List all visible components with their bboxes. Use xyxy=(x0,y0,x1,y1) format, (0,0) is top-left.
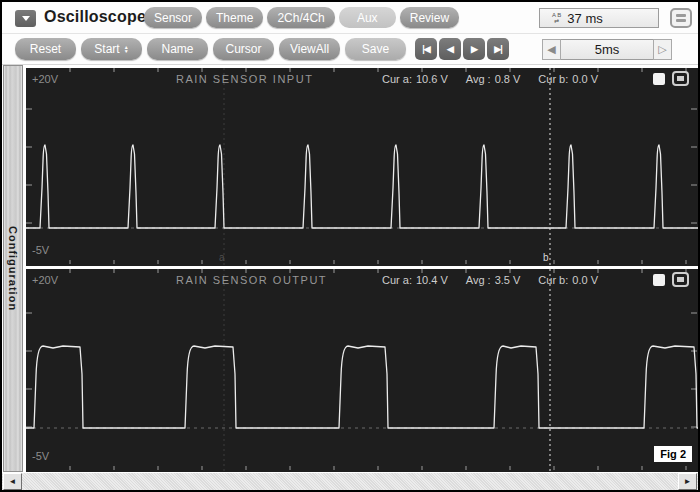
button-aux[interactable]: Aux xyxy=(339,7,396,28)
cur-b-value: 0.0 V xyxy=(572,274,598,286)
cur-b-value: 0.0 V xyxy=(572,73,598,85)
scope-column: +20V RAIN SENSOR INPUT Cur a:10.6 V Avg … xyxy=(26,68,698,472)
scope-output-pane: +20V RAIN SENSOR OUTPUT Cur a:10.4 V Avg… xyxy=(26,269,698,472)
oscilloscope-window: Oscilloscope SensorTheme2Ch/4ChAuxReview… xyxy=(0,0,700,492)
button-reset[interactable]: Reset xyxy=(15,38,76,60)
button-review[interactable]: Review xyxy=(400,7,459,28)
channel-solid-toggle-icon[interactable] xyxy=(653,73,665,85)
cur-a-value: 10.4 V xyxy=(416,274,448,286)
avg-label: Avg : xyxy=(466,274,491,286)
avg-value: 0.8 V xyxy=(495,73,521,85)
frame-nav-group: |◀◀▶▶| xyxy=(415,38,509,60)
timebase-next-button[interactable]: ▷ xyxy=(653,39,672,60)
layout-panes-icon[interactable] xyxy=(670,8,692,28)
cur-b-label: Cur b: xyxy=(538,73,568,85)
timebase-value[interactable]: 5ms xyxy=(561,39,653,60)
waveform-input-display xyxy=(26,68,698,266)
configuration-panel-handle[interactable]: Configuration xyxy=(3,65,23,472)
chevron-down-icon xyxy=(22,16,30,21)
title-bar: Oscilloscope SensorTheme2Ch/4ChAuxReview… xyxy=(2,2,698,34)
prev-frame-icon[interactable]: ◀ xyxy=(439,38,461,60)
first-frame-icon[interactable]: |◀ xyxy=(415,38,437,60)
cur-b-label: Cur b: xyxy=(538,274,568,286)
scope-input-vmin-label: -5V xyxy=(32,244,49,256)
configuration-label: Configuration xyxy=(7,226,19,311)
avg-value: 3.5 V xyxy=(495,274,521,286)
scope-output-vmax-label: +20V xyxy=(32,274,58,286)
cur-a-value: 10.6 V xyxy=(416,73,448,85)
ab-measure-box[interactable]: A B ⇄ 37 ms xyxy=(539,8,659,28)
button-save[interactable]: Save xyxy=(345,38,406,60)
scope-input-vmax-label: +20V xyxy=(32,73,58,85)
toolbar-buttons: ResetStart▲▼NameCursorViewAllSave xyxy=(15,38,406,60)
app-title: Oscilloscope xyxy=(44,8,146,26)
button-cursor[interactable]: Cursor xyxy=(213,38,274,60)
button-sensor[interactable]: Sensor xyxy=(144,7,202,28)
button-viewall[interactable]: ViewAll xyxy=(279,38,340,60)
channel-outline-toggle-icon[interactable] xyxy=(672,272,689,287)
avg-label: Avg : xyxy=(466,73,491,85)
scroll-right-button[interactable]: ► xyxy=(678,473,697,490)
button-start[interactable]: Start▲▼ xyxy=(81,38,142,60)
ab-measure-value: 37 ms xyxy=(567,11,602,26)
cursor-b-tag[interactable]: b xyxy=(543,252,549,263)
menu-dropdown-button[interactable] xyxy=(15,10,36,27)
cursor-a-tag[interactable]: a xyxy=(219,252,225,263)
button-name[interactable]: Name xyxy=(147,38,208,60)
next-frame-icon[interactable]: ▶ xyxy=(463,38,485,60)
button-2ch4ch[interactable]: 2Ch/4Ch xyxy=(267,7,334,28)
figure-badge: Fig 2 xyxy=(654,446,692,462)
main-area: Configuration +20V RAIN SENSOR INPUT Cur… xyxy=(2,65,698,472)
timebase-control: ◀ 5ms ▷ xyxy=(542,39,672,60)
horizontal-scrollbar[interactable]: ◄ ► xyxy=(2,472,698,490)
scope-output-readouts: Cur a:10.4 V Avg :3.5 V Cur b:0.0 V xyxy=(382,274,598,286)
titlebar-buttons: SensorTheme2Ch/4ChAuxReview xyxy=(144,7,459,28)
channel-outline-toggle-icon[interactable] xyxy=(672,71,689,86)
scope-input-title: RAIN SENSOR INPUT xyxy=(176,73,313,85)
cur-a-label: Cur a: xyxy=(382,73,412,85)
scope-input-readouts: Cur a:10.6 V Avg :0.8 V Cur b:0.0 V xyxy=(382,73,598,85)
scope-input-pane: +20V RAIN SENSOR INPUT Cur a:10.6 V Avg … xyxy=(26,68,698,266)
timebase-prev-button[interactable]: ◀ xyxy=(542,39,561,60)
scope-output-title: RAIN SENSOR OUTPUT xyxy=(176,274,327,286)
channel-solid-toggle-icon[interactable] xyxy=(653,274,665,286)
cur-a-label: Cur a: xyxy=(382,274,412,286)
scope-output-vmin-label: -5V xyxy=(32,450,49,462)
ab-icon-arrows: ⇄ xyxy=(554,18,559,24)
toolbar: ResetStart▲▼NameCursorViewAllSave |◀◀▶▶|… xyxy=(2,34,698,65)
button-theme[interactable]: Theme xyxy=(206,7,263,28)
up-down-spinner-icon: ▲▼ xyxy=(124,45,129,53)
waveform-output-display xyxy=(26,269,698,472)
ab-cursor-icon: A B ⇄ xyxy=(552,12,561,24)
last-frame-icon[interactable]: ▶| xyxy=(487,38,509,60)
scroll-left-button[interactable]: ◄ xyxy=(3,473,22,490)
